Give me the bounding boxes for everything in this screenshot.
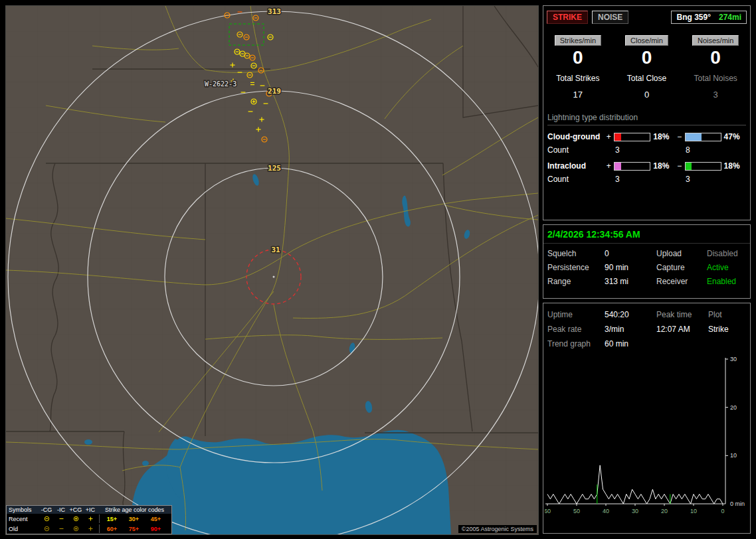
- svg-text:60: 60: [545, 508, 551, 514]
- age-code: 45+: [145, 516, 167, 522]
- noises-per-min-value: 0: [681, 47, 750, 68]
- close-per-min-button[interactable]: Close/min: [625, 35, 668, 46]
- map-canvas: 31321912531W-2622-3: [6, 6, 538, 534]
- svg-text:10: 10: [730, 452, 737, 459]
- legend-age-title: Strike age color codes: [98, 506, 171, 513]
- svg-text:30: 30: [632, 508, 638, 514]
- cloud-ground-label: Cloud-ground: [547, 132, 605, 141]
- close-per-min-value: 0: [613, 47, 682, 68]
- upload-status: Disabled: [707, 249, 746, 258]
- circ-minus-icon: [39, 526, 54, 532]
- range-setting-value: 313 mi: [605, 277, 656, 286]
- legend-rows: Recent15+30+45+Old60+75+90+: [7, 514, 171, 534]
- cg-minus-percent: 47%: [723, 132, 746, 141]
- noises-per-min-button[interactable]: Noises/min: [692, 35, 739, 46]
- legend-header: Symbols -CG -IC +CG +IC Strike age color…: [7, 506, 171, 514]
- svg-text:20: 20: [730, 404, 737, 411]
- ic-minus-percent: 18%: [723, 161, 746, 171]
- svg-text:0 min: 0 min: [730, 501, 745, 507]
- totals-row: Total Strikes 17 Total Close 0 Total Noi…: [543, 74, 750, 100]
- cg-plus-count: 3: [615, 145, 686, 155]
- range-setting-label: Range: [547, 277, 605, 286]
- plus-sign: +: [605, 161, 613, 171]
- legend-row: Old60+75+90+: [7, 524, 171, 534]
- total-noises-label: Total Noises: [694, 74, 737, 83]
- upload-label: Upload: [656, 249, 707, 258]
- svg-text:0: 0: [721, 508, 724, 514]
- cursor-range-value: 274mi: [719, 13, 741, 22]
- strikes-per-min-button[interactable]: Strikes/min: [555, 35, 601, 46]
- range-ring-label: 125: [268, 164, 281, 173]
- capture-label: Capture: [656, 263, 707, 272]
- peak-rate-label: Peak rate: [547, 325, 605, 334]
- legend-col-pos-cg: +CG: [68, 506, 83, 513]
- noise-button[interactable]: NOISE: [592, 11, 628, 24]
- total-strikes-value: 17: [543, 90, 613, 100]
- minus-sign: −: [676, 161, 684, 171]
- circ-plus-icon: [68, 516, 83, 522]
- ic-count-label: Count: [547, 175, 615, 184]
- svg-text:20: 20: [661, 508, 668, 514]
- legend-row-name: Recent: [7, 516, 39, 522]
- lightning-map[interactable]: 31321912531W-2622-3 Symbols -CG -IC +CG …: [5, 5, 539, 535]
- legend-divider: [99, 514, 100, 523]
- plus-sign: +: [605, 132, 613, 141]
- total-close-label: Total Close: [627, 74, 666, 83]
- cg-count-label: Count: [547, 145, 615, 155]
- mode-button-row: STRIKE NOISE Bng 359° 274mi: [543, 6, 750, 24]
- uptime-label: Uptime: [547, 310, 605, 319]
- strike-button[interactable]: STRIKE: [547, 11, 588, 24]
- trend-panel: Uptime 540:20 Peak time Plot Peak rate 3…: [543, 303, 751, 534]
- legend-row: Recent15+30+45+: [7, 514, 171, 524]
- legend-col-pos-ic: +IC: [83, 506, 98, 513]
- legend-col-neg-ic: -IC: [54, 506, 68, 513]
- age-code: 15+: [101, 516, 123, 522]
- intracloud-count-row: Count 3 3: [543, 175, 750, 184]
- strike-stats-panel: STRIKE NOISE Bng 359° 274mi Strikes/min …: [543, 5, 751, 220]
- range-ring-label: 31: [271, 246, 280, 254]
- total-noises-value: 3: [681, 90, 750, 100]
- cg-minus-count: 8: [686, 145, 690, 155]
- peak-time-label: Peak time: [656, 310, 708, 319]
- minus-sign: −: [676, 132, 684, 141]
- intracloud-row: Intracloud + 18% − 18%: [543, 161, 750, 171]
- peak-time-value: 12:07 AM: [656, 325, 708, 334]
- total-strikes-label: Total Strikes: [556, 74, 599, 83]
- age-code: 60+: [101, 526, 123, 532]
- trend-graph-value: 60 min: [605, 339, 656, 348]
- squelch-value: 0: [605, 249, 656, 258]
- map-legend: Symbols -CG -IC +CG +IC Strike age color…: [6, 505, 172, 534]
- plus-icon: [83, 516, 98, 522]
- circ-plus-icon: [68, 526, 83, 532]
- datetime-display: 2/4/2026 12:34:56 AM: [543, 225, 750, 244]
- minus-icon: [54, 516, 68, 522]
- range-ring-label: 219: [268, 87, 281, 96]
- runtime-grid: Uptime 540:20 Peak time Plot Peak rate 3…: [543, 303, 750, 348]
- peak-rate-value: 3/min: [605, 325, 656, 334]
- persistence-value: 90 min: [605, 263, 656, 272]
- rate-boxes: Strikes/min 0 Close/min 0 Noises/min 0: [543, 34, 750, 68]
- circ-minus-icon: [39, 516, 54, 522]
- strikes-per-min-value: 0: [543, 47, 613, 68]
- persistence-label: Persistence: [547, 263, 605, 272]
- receiver-label: Receiver: [656, 277, 707, 286]
- bearing-range-display: Bng 359° 274mi: [671, 11, 747, 24]
- ic-minus-bar: [685, 162, 721, 171]
- receiver-status: Enabled: [707, 277, 746, 286]
- trend-graph-label: Trend graph: [547, 339, 605, 348]
- minus-icon: [54, 526, 68, 532]
- status-grid: Squelch 0 Upload Disabled Persistence 90…: [543, 244, 750, 286]
- squelch-label: Squelch: [547, 249, 605, 258]
- ic-plus-percent: 18%: [652, 161, 675, 171]
- cloud-ground-row: Cloud-ground + 18% − 47%: [543, 132, 750, 141]
- cloud-ground-count-row: Count 3 8: [543, 145, 750, 155]
- cg-plus-bar: [614, 133, 650, 141]
- plot-label: Plot: [708, 310, 746, 319]
- legend-divider: [99, 524, 100, 533]
- legend-row-name: Old: [7, 526, 39, 532]
- ic-plus-count: 3: [615, 175, 686, 184]
- uptime-value: 540:20: [605, 310, 656, 319]
- plot-value: Strike: [708, 325, 746, 334]
- svg-text:40: 40: [603, 508, 609, 514]
- capture-status: Active: [707, 263, 746, 272]
